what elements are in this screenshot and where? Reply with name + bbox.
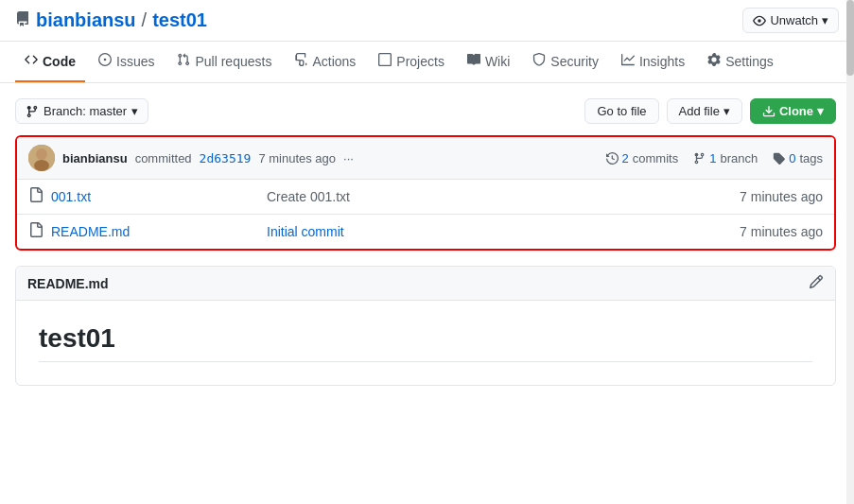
table-row: README.md Initial commit 7 minutes ago (17, 214, 834, 249)
top-bar: bianbiansu / test01 Unwatch ▾ (0, 0, 854, 42)
tags-stat: 0 tags (773, 151, 823, 165)
insights-icon (621, 53, 635, 69)
commit-more[interactable]: ··· (343, 151, 354, 165)
file-name: 001.txt (51, 189, 259, 204)
commit-bar-left: bianbiansu committed 2d63519 7 minutes a… (28, 145, 354, 171)
readme-body: test01 (16, 301, 835, 385)
branch-chevron: ▾ (131, 104, 138, 118)
file-list: 001.txt Create 001.txt 7 minutes ago REA… (17, 180, 834, 249)
pull-requests-icon (177, 53, 190, 69)
settings-icon (707, 53, 721, 69)
file-name-link[interactable]: README.md (51, 224, 130, 239)
watch-button[interactable]: Unwatch ▾ (742, 8, 839, 33)
commits-count[interactable]: 2 (622, 151, 629, 165)
add-file-label: Add file (679, 104, 720, 118)
file-commit-msg: Initial commit (267, 224, 673, 239)
commit-author: bianbiansu (62, 151, 128, 165)
readme-edit-button[interactable] (809, 274, 824, 292)
clone-chevron: ▾ (817, 104, 824, 118)
file-commit-msg: Create 001.txt (267, 189, 673, 204)
readme-section: README.md test01 (15, 266, 836, 386)
commits-stat: 2 commits (606, 151, 679, 165)
tab-issues-label: Issues (116, 54, 154, 69)
tab-security[interactable]: Security (523, 42, 608, 82)
commit-hash[interactable]: 2d63519 (200, 151, 252, 165)
tab-projects[interactable]: Projects (369, 42, 454, 82)
repo-title: bianbiansu / test01 (15, 9, 207, 31)
tab-security-label: Security (550, 54, 599, 69)
action-buttons: Go to file Add file ▾ Clone ▾ (584, 98, 836, 124)
file-name-link[interactable]: 001.txt (51, 189, 91, 204)
tab-actions[interactable]: Actions (285, 42, 365, 82)
tab-pull-requests-label: Pull requests (195, 54, 271, 69)
clone-button[interactable]: Clone ▾ (750, 98, 836, 124)
add-file-button[interactable]: Add file ▾ (667, 98, 742, 124)
file-icon (28, 222, 44, 241)
file-commit-link[interactable]: Initial commit (267, 224, 344, 239)
branch-bar: Branch: master ▾ Go to file Add file ▾ C… (15, 98, 836, 124)
file-name: README.md (51, 224, 259, 239)
clone-label: Clone (779, 104, 813, 118)
main-content: Branch: master ▾ Go to file Add file ▾ C… (0, 83, 851, 401)
file-time: 7 minutes ago (681, 224, 823, 239)
tab-insights[interactable]: Insights (612, 42, 694, 82)
add-file-chevron: ▾ (723, 104, 730, 118)
tab-wiki[interactable]: Wiki (458, 42, 519, 82)
repo-files-container: bianbiansu committed 2d63519 7 minutes a… (15, 135, 836, 251)
tab-wiki-label: Wiki (485, 54, 510, 69)
watch-label: Unwatch (770, 13, 818, 27)
projects-icon (378, 53, 392, 69)
repo-owner-link[interactable]: bianbiansu (36, 9, 136, 31)
issues-icon (98, 53, 112, 69)
actions-icon (294, 53, 307, 69)
tags-count[interactable]: 0 (789, 151, 795, 165)
security-icon (532, 53, 546, 69)
go-to-file-button[interactable]: Go to file (584, 98, 658, 124)
code-icon (25, 53, 38, 69)
branch-label: Branch: master (44, 104, 127, 118)
tab-settings-label: Settings (725, 54, 774, 69)
scrollbar[interactable] (846, 0, 854, 401)
file-time: 7 minutes ago (681, 189, 823, 204)
tags-label: tags (799, 151, 823, 165)
repo-icon (15, 11, 30, 30)
go-to-file-label: Go to file (597, 104, 646, 118)
svg-point-2 (34, 160, 49, 171)
watch-chevron: ▾ (822, 13, 828, 27)
commits-label: commits (633, 151, 678, 165)
readme-header: README.md (16, 267, 835, 301)
repo-name-link[interactable]: test01 (152, 9, 207, 31)
branches-label: branch (720, 151, 758, 165)
nav-tabs: Code Issues Pull requests Actions Projec… (0, 42, 854, 83)
tab-issues[interactable]: Issues (89, 42, 164, 82)
avatar (28, 145, 55, 171)
readme-title: test01 (39, 323, 812, 362)
svg-point-1 (37, 149, 46, 159)
commit-bar: bianbiansu committed 2d63519 7 minutes a… (17, 137, 834, 180)
tab-pull-requests[interactable]: Pull requests (167, 42, 281, 82)
commit-bar-right: 2 commits 1 branch 0 tags (606, 151, 823, 165)
tab-settings[interactable]: Settings (698, 42, 783, 82)
branches-stat: 1 branch (693, 151, 758, 165)
tab-actions-label: Actions (312, 54, 356, 69)
tab-projects-label: Projects (396, 54, 444, 69)
commit-action: committed (135, 151, 192, 165)
table-row: 001.txt Create 001.txt 7 minutes ago (17, 180, 834, 214)
branches-count[interactable]: 1 (709, 151, 716, 165)
file-icon (28, 187, 44, 206)
readme-filename: README.md (27, 276, 109, 291)
commit-time: 7 minutes ago (258, 151, 336, 165)
tab-code-label: Code (43, 54, 76, 69)
tab-insights-label: Insights (639, 54, 685, 69)
branch-selector[interactable]: Branch: master ▾ (15, 98, 148, 124)
scrollbar-thumb[interactable] (846, 0, 854, 76)
wiki-icon (467, 53, 480, 69)
tab-code[interactable]: Code (15, 42, 85, 82)
